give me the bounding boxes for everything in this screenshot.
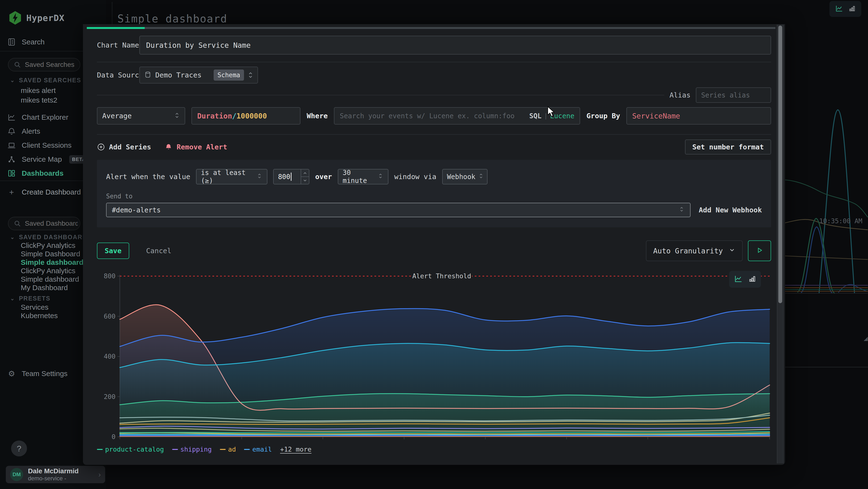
alias-input[interactable] [696,87,771,103]
brand[interactable]: HyperDX [8,10,65,25]
data-source-value: Demo Traces [155,71,210,79]
webhook-select[interactable]: #demo-alerts [106,203,690,217]
bell-icon [165,143,173,151]
cancel-button[interactable]: Cancel [146,247,172,255]
add-series-button[interactable]: Add Series [97,143,151,151]
resize-handle-icon[interactable]: ◢ [864,336,868,342]
legend-item[interactable]: ad [220,445,236,453]
avatar: DM [10,468,23,481]
alert-prefix: Alert when the value [106,173,190,181]
database-icon [144,71,151,79]
background-dashboard: 10:35:00 AM ◢ [783,0,868,489]
brand-name: HyperDX [26,13,65,23]
dashboard-list-item-active[interactable]: Simple dashboard [21,258,84,266]
send-to-label: Send to [106,193,762,200]
sidebar-item-client-sessions[interactable]: Client Sessions [7,140,72,151]
background-time-label: 10:35:00 AM [814,217,867,225]
sidebar-item-dashboards[interactable]: Dashboards [7,168,63,179]
where-search[interactable]: SQL | Lucene [334,107,580,124]
select-updown-icon [248,71,253,79]
svg-text:400: 400 [104,353,116,360]
mouse-cursor [547,106,557,118]
play-icon [756,247,763,255]
select-updown-icon [175,112,180,120]
svg-text:9:00:00 AM: 9:00:00 AM [628,441,668,443]
saved-searches-header[interactable]: ⌄ SAVED SEARCHES [10,77,81,84]
alert-threshold-input[interactable]: 800 [273,169,309,184]
expression-field: Duration [197,112,232,120]
expression-input[interactable]: Duration/1000000 [191,107,301,124]
preset-item[interactable]: Kubernetes [21,312,58,320]
legend-more-link[interactable]: +12 more [280,445,311,453]
sidebar-item-label: Alerts [22,127,40,136]
scrollbar-thumb[interactable] [778,26,782,303]
add-new-webhook-button[interactable]: Add New Webhook [699,206,762,214]
where-search-input[interactable] [340,112,526,120]
sidebar-item-search[interactable]: Search [7,36,44,48]
alert-condition-select[interactable]: is at least (≥) [196,169,268,184]
sidebar-item-label: Team Settings [22,370,67,378]
data-source-select[interactable]: Demo Traces Schema [140,67,258,84]
saved-search-item[interactable]: mikes alert [21,86,56,95]
help-button[interactable]: ? [11,440,27,456]
dashboard-list-item[interactable]: ClickPy Analytics [21,267,75,275]
sidebar-item-alerts[interactable]: Alerts [7,125,40,137]
legend-item[interactable]: email [244,445,272,453]
saved-dashboards-header[interactable]: ⌄ SAVED DASHBOARDS [10,234,92,241]
dashboard-list-item[interactable]: Simple Dashboard [21,250,80,258]
sql-toggle[interactable]: SQL [529,112,541,120]
dashboard-list-item[interactable]: Simple dashboard [21,275,79,283]
divider [97,62,771,62]
legend-item[interactable]: product-catalog [97,445,164,453]
spinner-down-icon[interactable] [301,177,309,184]
aggregation-select[interactable]: Average [97,107,185,124]
bar-chart-icon [848,5,856,13]
progress-bar [87,27,775,29]
preset-item[interactable]: Services [21,303,49,311]
alert-channel-select[interactable]: Webhook [442,169,488,184]
group-by-input[interactable]: ServiceName [626,107,771,124]
chart-type-toggle[interactable] [729,271,761,288]
saved-searches-input[interactable] [25,61,78,68]
saved-searches-search[interactable] [8,58,80,71]
plus-icon: + [7,188,16,197]
dashboard-list-item[interactable]: My Dashboard [21,284,68,292]
hierarchy-icon [7,155,16,164]
dashboard-list-item[interactable]: ClickPy Analytics [21,241,75,250]
presets-header[interactable]: ⌄ PRESETS [10,295,51,302]
chart-name-input[interactable] [140,36,771,55]
sidebar-item-chart-explorer[interactable]: Chart Explorer [7,112,68,123]
preview-run-button[interactable] [748,240,771,261]
spinner-up-icon[interactable] [301,169,309,177]
user-card[interactable]: DM Dale McDiarmid demo-service - › [6,466,105,483]
legend-label: email [252,445,272,453]
background-chart-type-toggle[interactable] [830,1,861,17]
granularity-select[interactable]: Auto Granularity [646,240,743,261]
saved-search-item[interactable]: mikes tets2 [21,96,57,104]
svg-text:800: 800 [104,272,116,280]
legend-swatch [220,449,226,450]
set-number-format-button[interactable]: Set number format [685,140,771,154]
saved-dashboards-input[interactable] [25,220,78,227]
alert-window-select[interactable]: 30 minute [338,169,389,184]
remove-alert-button[interactable]: Remove Alert [165,143,227,151]
legend-label: ad [228,445,236,453]
alert-channel-value: Webhook [447,173,475,181]
save-button[interactable]: Save [97,242,129,259]
svg-text:200: 200 [104,393,116,400]
create-dashboard-button[interactable]: + Create Dashboard [7,186,81,198]
svg-text:8:00:00 AM: 8:00:00 AM [547,441,586,443]
modal-scrollbar[interactable] [777,25,784,463]
sidebar-item-service-map[interactable]: Service Map BETA [7,153,89,165]
number-spinner[interactable] [301,169,309,184]
chart-legend[interactable]: product-catalogshippingademail+12 more [97,445,771,453]
legend-item[interactable]: shipping [172,445,212,453]
svg-text:Nov 6 2:30:00 AM: Nov 6 2:30:00 AM [100,441,163,443]
chart-name-label: Chart Name [97,41,140,49]
line-chart-icon [835,4,843,13]
divider [97,95,664,95]
line-chart[interactable]: 0200400600800Nov 6 2:30:00 AM4:00:00 AM5… [97,270,771,443]
sidebar-item-team-settings[interactable]: ⚙ Team Settings [7,368,67,379]
saved-dashboards-search[interactable] [8,217,80,230]
expression-operator: / [232,112,237,120]
